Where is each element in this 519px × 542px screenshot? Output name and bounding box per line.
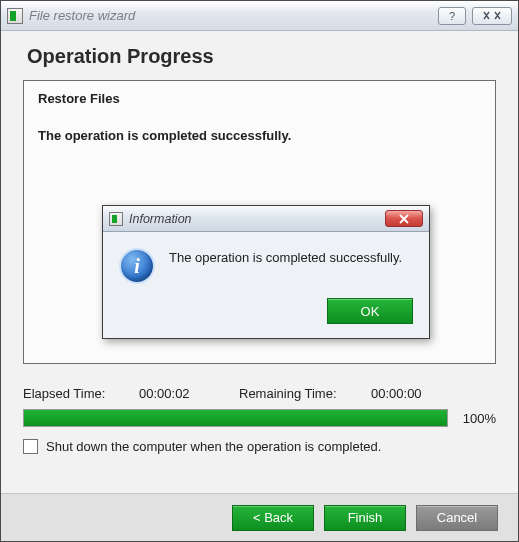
- progress-row: 100%: [23, 409, 496, 427]
- panel-heading: Restore Files: [38, 91, 481, 106]
- panel-message: The operation is completed successfully.: [38, 128, 481, 143]
- titlebar: File restore wizard ?: [1, 1, 518, 31]
- close-icon: [398, 214, 410, 224]
- time-status-row: Elapsed Time: 00:00:02 Remaining Time: 0…: [23, 386, 496, 401]
- remaining-label: Remaining Time:: [239, 386, 371, 401]
- ok-button[interactable]: OK: [327, 298, 413, 324]
- shutdown-label: Shut down the computer when the operatio…: [46, 439, 381, 454]
- finish-button[interactable]: Finish: [324, 505, 406, 531]
- dialog-body: i The operation is completed successfull…: [103, 232, 429, 298]
- cancel-button[interactable]: Cancel: [416, 505, 498, 531]
- info-icon: i: [119, 248, 155, 284]
- dialog-actions: OK: [103, 298, 429, 338]
- dialog-title: Information: [129, 212, 385, 226]
- close-button[interactable]: [472, 7, 512, 25]
- dialog-app-icon: [109, 212, 123, 226]
- progress-bar: [23, 409, 448, 427]
- window-controls: ?: [438, 7, 512, 25]
- operation-panel: Restore Files The operation is completed…: [23, 80, 496, 364]
- dialog-close-button[interactable]: [385, 210, 423, 227]
- wizard-footer: < Back Finish Cancel: [1, 493, 518, 541]
- dialog-message: The operation is completed successfully.: [169, 248, 402, 265]
- remaining-value: 00:00:00: [371, 386, 422, 401]
- dialog-titlebar: Information: [103, 206, 429, 232]
- window-title: File restore wizard: [29, 8, 438, 23]
- main-window: File restore wizard ? Operation Progress…: [0, 0, 519, 542]
- page-title: Operation Progress: [27, 45, 496, 68]
- progress-fill: [24, 410, 447, 426]
- app-icon: [7, 8, 23, 24]
- content-area: Operation Progress Restore Files The ope…: [1, 31, 518, 493]
- elapsed-label: Elapsed Time:: [23, 386, 139, 401]
- info-dialog: Information i The operation is completed…: [102, 205, 430, 339]
- help-button[interactable]: ?: [438, 7, 466, 25]
- shutdown-option-row: Shut down the computer when the operatio…: [23, 439, 496, 454]
- back-button[interactable]: < Back: [232, 505, 314, 531]
- elapsed-value: 00:00:02: [139, 386, 239, 401]
- progress-percent: 100%: [456, 411, 496, 426]
- shutdown-checkbox[interactable]: [23, 439, 38, 454]
